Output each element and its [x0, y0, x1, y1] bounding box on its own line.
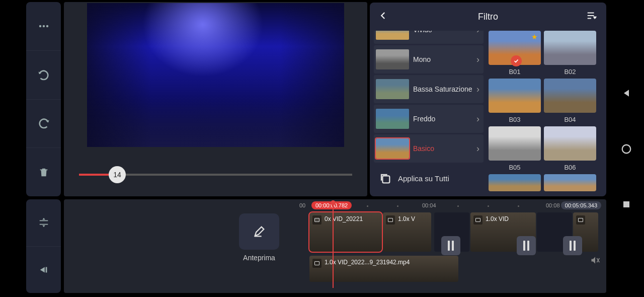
film-icon [473, 215, 482, 225]
category-label: Vivido [413, 31, 476, 34]
slider-value[interactable]: 14 [109, 166, 126, 183]
preview-button[interactable] [239, 213, 279, 250]
svg-rect-10 [623, 201, 629, 207]
goto-start-icon [38, 264, 49, 275]
category-basico[interactable]: Basico › [374, 134, 484, 163]
svg-point-0 [39, 25, 41, 27]
ruler-tick: 00:08 [546, 202, 560, 208]
transition-handle[interactable] [563, 236, 582, 255]
undo-button[interactable] [26, 51, 61, 100]
clip-label: 1.0x VID [486, 215, 509, 222]
film-icon [312, 259, 321, 268]
ruler-tick: 00 [299, 202, 305, 208]
clip[interactable]: 1.0x V [383, 212, 431, 252]
filter-b03[interactable]: B03 [489, 79, 541, 123]
apply-to-all-button[interactable]: Applica su Tutti [374, 164, 484, 192]
goto-start-button[interactable] [26, 247, 61, 293]
check-icon [513, 58, 519, 64]
star-icon: ★ [531, 33, 538, 41]
back-button[interactable] [379, 11, 388, 22]
filter-panel: Filtro Vivido › Mono › Bassa Sat [370, 3, 606, 196]
undo-icon [37, 68, 50, 82]
svg-rect-3 [382, 176, 389, 183]
clip-selected[interactable]: 0x VID_20221 [309, 212, 382, 252]
svg-rect-4 [315, 218, 319, 222]
pencil-icon [252, 225, 266, 239]
system-recent-button[interactable] [622, 200, 631, 209]
system-back-button[interactable] [621, 88, 631, 98]
trash-icon [38, 167, 49, 178]
transition-handle[interactable] [441, 236, 460, 255]
clip-label: 1.0x VID_2022...9_231942.mp4 [325, 259, 410, 266]
chevron-left-icon [379, 11, 388, 20]
redo-icon [37, 117, 50, 130]
delete-button[interactable] [26, 148, 61, 196]
chevron-right-icon: › [476, 84, 479, 95]
apply-all-icon [378, 171, 392, 185]
filter-b01[interactable]: ★ B01 [489, 31, 541, 76]
category-label: Basico [413, 144, 476, 153]
panel-title: Filtro [370, 12, 606, 22]
intensity-slider[interactable]: 14 [79, 162, 352, 187]
category-mono[interactable]: Mono › [374, 45, 484, 73]
category-vivido[interactable]: Vivido › [374, 31, 484, 44]
apply-all-label: Applica su Tutti [398, 174, 449, 183]
svg-point-2 [46, 25, 48, 27]
timeline-pane: Anteprima 00 00:04 00:08 00:00:00.782 00… [64, 199, 606, 293]
filter-b02[interactable]: B02 [544, 31, 596, 76]
category-list: Vivido › Mono › Bassa Saturazione › Fred… [370, 31, 486, 196]
filter-b08[interactable] [544, 174, 596, 191]
category-label: Bassa Saturazione [413, 85, 476, 93]
sort-button[interactable] [586, 10, 597, 23]
category-thumb [376, 109, 409, 129]
chevron-right-icon: › [476, 114, 479, 124]
category-thumb [376, 138, 409, 159]
clip[interactable]: 1.0x VID_2022...9_231942.mp4 [309, 256, 458, 282]
mute-icon[interactable] [590, 255, 600, 267]
ruler-tick: 00:04 [422, 202, 436, 208]
preview-pane: 14 [64, 2, 367, 196]
filter-label: B03 [509, 116, 520, 123]
svg-rect-6 [476, 218, 480, 222]
filter-b06[interactable]: B06 [544, 126, 596, 171]
more-button[interactable] [26, 2, 61, 51]
playhead[interactable] [333, 200, 334, 288]
filter-b07[interactable] [489, 174, 541, 191]
video-preview[interactable] [87, 3, 344, 147]
bottom-toolbar [26, 199, 61, 293]
filter-label: B02 [564, 68, 576, 76]
svg-point-9 [622, 145, 631, 154]
film-icon [576, 215, 585, 225]
category-thumb [376, 79, 409, 99]
sort-list-icon [586, 10, 597, 21]
tracks-icon [38, 217, 49, 228]
clip-label: 0x VID_20221 [325, 215, 363, 222]
preview-label: Anteprima [243, 254, 275, 262]
transition-handle[interactable] [517, 236, 536, 255]
filter-label: B04 [564, 116, 576, 123]
category-thumb [376, 31, 409, 40]
redo-button[interactable] [26, 100, 61, 148]
svg-rect-8 [315, 262, 319, 265]
filter-b04[interactable]: B04 [544, 79, 596, 123]
filter-label: B01 [509, 68, 520, 76]
filter-grid: ★ B01 B02 B03 B04 [486, 31, 606, 196]
tracks-button[interactable] [26, 199, 61, 247]
film-icon [386, 215, 395, 225]
chevron-right-icon: › [476, 54, 479, 65]
filter-label: B06 [564, 164, 576, 171]
svg-rect-7 [579, 218, 583, 222]
clip-label: 1.0x V [398, 215, 415, 222]
category-thumb [376, 49, 409, 69]
end-time: 00:05:05.343 [561, 201, 601, 209]
category-bassa-sat[interactable]: Bassa Saturazione › [374, 75, 484, 103]
category-label: Mono [413, 55, 476, 63]
film-icon [312, 215, 321, 225]
filter-label: B05 [509, 164, 520, 171]
video-track-1[interactable]: 0x VID_20221 1.0x V 1.0x VID [309, 212, 603, 252]
filter-b05[interactable]: B05 [489, 126, 541, 171]
category-freddo[interactable]: Freddo › [374, 105, 484, 133]
video-track-2[interactable]: 1.0x VID_2022...9_231942.mp4 [309, 256, 458, 282]
system-home-button[interactable] [621, 143, 632, 155]
chevron-right-icon: › [476, 143, 479, 154]
